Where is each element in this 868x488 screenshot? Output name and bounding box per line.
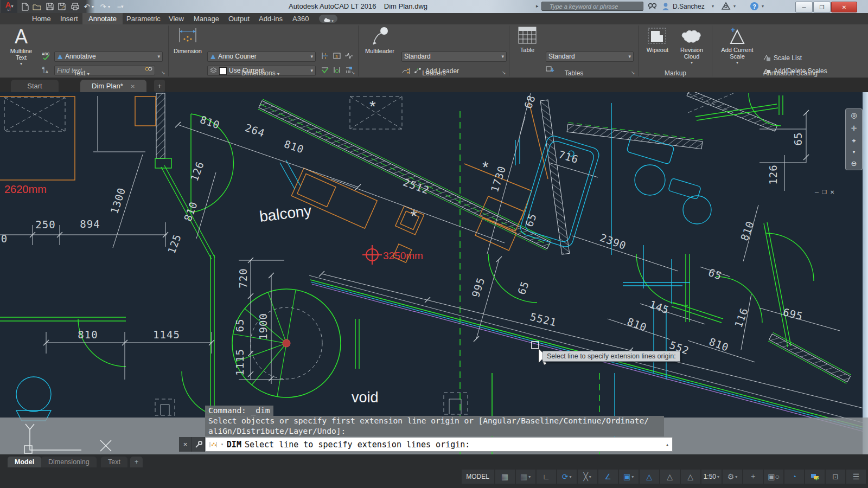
clean-screen-button[interactable]: ⊡ bbox=[826, 470, 845, 484]
table-style-dropdown[interactable]: Standard▾ bbox=[546, 52, 634, 62]
close-button[interactable]: ✕ bbox=[831, 2, 857, 12]
add-current-scale-button[interactable]: + Add Current Scale ▾ bbox=[717, 26, 757, 66]
redo-dropdown[interactable]: ▾ bbox=[106, 2, 112, 11]
scrollbar-strip[interactable] bbox=[863, 92, 868, 454]
new-layout-button[interactable]: + bbox=[130, 457, 143, 467]
command-history-toggle-icon[interactable]: ▴ bbox=[666, 441, 669, 447]
check-spelling-icon[interactable]: ABC bbox=[41, 52, 50, 60]
leaders-panel-launcher[interactable]: ↘ bbox=[502, 70, 506, 75]
tables-panel-launcher[interactable]: ↘ bbox=[631, 70, 635, 75]
dim-jogline-icon[interactable] bbox=[344, 52, 353, 60]
app-logo[interactable]: A▾ LT bbox=[1, 0, 17, 14]
save-as-button[interactable] bbox=[56, 2, 67, 11]
search-input[interactable]: Type a keyword or phrase bbox=[541, 2, 643, 11]
undo-dropdown[interactable]: ▾ bbox=[90, 2, 95, 11]
layout-tab-model[interactable]: Model bbox=[8, 457, 41, 467]
file-tab-start[interactable]: Start bbox=[11, 80, 59, 92]
dimensions-panel-launcher[interactable]: ↘ bbox=[351, 70, 355, 75]
mleader-style-dropdown[interactable]: Standard▾ bbox=[401, 52, 507, 62]
file-tab-close-icon[interactable]: ✕ bbox=[131, 84, 135, 89]
restore-button[interactable]: ❐ bbox=[813, 2, 831, 12]
markup-panel-footer[interactable]: Markup bbox=[639, 69, 712, 78]
trusted-dwg-icon[interactable] bbox=[805, 470, 825, 484]
help-dropdown[interactable]: ▾ bbox=[762, 4, 764, 9]
plot-button[interactable] bbox=[69, 2, 80, 11]
featured-apps-button[interactable]: ▾ bbox=[319, 15, 337, 23]
tab-annotate[interactable]: Annotate bbox=[82, 13, 123, 24]
tab-home[interactable]: Home bbox=[26, 13, 57, 24]
annotation-scale-button[interactable]: 1:50▾ bbox=[701, 470, 722, 484]
pan-icon[interactable]: ✛ bbox=[851, 124, 857, 132]
dimensions-panel-footer[interactable]: Dimensions ▾ bbox=[169, 69, 352, 78]
wipeout-button[interactable]: Wipeout bbox=[642, 26, 673, 53]
tab-parametric[interactable]: Parametric bbox=[120, 13, 167, 24]
status-menu-button[interactable]: ☰ bbox=[846, 470, 866, 484]
revision-cloud-button[interactable]: Revision Cloud ▾ bbox=[675, 26, 709, 66]
polar-tracking-button[interactable]: ⟳▾ bbox=[557, 470, 577, 484]
leaders-panel-footer[interactable]: Leaders bbox=[359, 69, 509, 78]
navbar-close-icon[interactable]: ⊖ bbox=[851, 159, 857, 168]
command-input[interactable]: ▾ DIM Select line to specify extension l… bbox=[205, 437, 673, 452]
open-file-button[interactable] bbox=[31, 2, 42, 11]
file-tab-dim-plan[interactable]: Dim Plan* ✕ bbox=[80, 80, 146, 92]
tab-view[interactable]: View bbox=[163, 13, 190, 24]
tab-manage[interactable]: Manage bbox=[188, 13, 225, 24]
object-snap-tracking-button[interactable]: ∠ bbox=[598, 470, 618, 484]
snap-mode-button[interactable]: ▦▾ bbox=[516, 470, 535, 484]
user-icon[interactable] bbox=[662, 2, 670, 13]
multileader-button[interactable]: Multileader bbox=[362, 26, 397, 54]
ortho-mode-button[interactable]: ∟ bbox=[537, 470, 556, 484]
tab-output[interactable]: Output bbox=[222, 13, 256, 24]
autoscale-button[interactable]: △ bbox=[660, 470, 680, 484]
dimension-button[interactable]: Dimension bbox=[171, 26, 204, 54]
dim-style-dropdown[interactable]: Anno Courier▾ bbox=[207, 52, 316, 62]
tab-a360[interactable]: A360 bbox=[286, 13, 315, 24]
navbar-dropdown-icon[interactable]: ▾ bbox=[853, 150, 855, 155]
annotation-scaling-panel-footer[interactable]: Annotation Scaling bbox=[713, 69, 868, 78]
multiline-text-button[interactable]: A Multiline Text ▾ bbox=[5, 26, 37, 67]
grid-display-button[interactable]: ▦ bbox=[495, 470, 515, 484]
object-snap-button[interactable]: ▣▾ bbox=[619, 470, 639, 484]
user-dropdown[interactable]: ▾ bbox=[712, 4, 714, 9]
qat-customize-dropdown[interactable]: ═▾ bbox=[115, 2, 126, 11]
zoom-icon[interactable]: ⌖ bbox=[852, 137, 856, 145]
graphics-performance-button[interactable]: ◔ bbox=[784, 470, 804, 484]
help-icon[interactable]: ? bbox=[750, 2, 759, 13]
minimize-button[interactable]: ─ bbox=[795, 2, 813, 12]
customization-button[interactable]: ＋ bbox=[743, 470, 763, 484]
a360-dropdown[interactable]: ▾ bbox=[733, 4, 736, 9]
adjust-space-icon[interactable]: 3 bbox=[332, 52, 341, 60]
annotation-scale-icon[interactable]: △ bbox=[681, 470, 700, 484]
viewport-window-controls[interactable]: ─❐✕ bbox=[815, 189, 847, 197]
layout-tab-text[interactable]: Text bbox=[101, 457, 127, 467]
new-file-button[interactable] bbox=[20, 2, 30, 11]
text-panel-launcher[interactable]: ↘ bbox=[161, 70, 165, 75]
navigation-bar[interactable]: ◎ ✛ ⌖ ▾ ⊖ bbox=[845, 108, 863, 170]
layout-tab-dimensioning[interactable]: Dimensioning bbox=[41, 457, 97, 467]
model-space-button[interactable]: MODEL bbox=[462, 470, 494, 484]
isodraft-button[interactable]: ╳▾ bbox=[578, 470, 597, 484]
save-button[interactable] bbox=[44, 2, 55, 11]
command-close-icon[interactable]: × bbox=[179, 437, 192, 452]
command-dropdown-icon[interactable]: ▾ bbox=[221, 442, 224, 447]
tab-insert[interactable]: Insert bbox=[54, 13, 84, 24]
new-tab-button[interactable]: + bbox=[154, 80, 165, 92]
tables-panel-footer[interactable]: Tables bbox=[510, 69, 638, 78]
search-icon[interactable] bbox=[648, 2, 658, 13]
search-expand-icon[interactable]: ▸ bbox=[536, 3, 539, 9]
table-button[interactable]: Table bbox=[513, 26, 541, 53]
isolate-objects-button[interactable]: ▣○ bbox=[764, 470, 783, 484]
drawing-area[interactable]: *** 810264810126130081012502508942512173… bbox=[0, 92, 868, 454]
steering-wheel-icon[interactable]: ◎ bbox=[851, 111, 857, 119]
scale-list-button[interactable]: Scale List bbox=[762, 53, 802, 63]
command-customize-icon[interactable] bbox=[192, 437, 205, 452]
tab-addins[interactable]: Add-ins bbox=[253, 13, 289, 24]
workspace-switching-button[interactable]: ⚙▾ bbox=[723, 470, 742, 484]
dim-break-icon[interactable] bbox=[320, 52, 329, 60]
command-line[interactable]: × ▾ DIM Select line to specify extension… bbox=[179, 437, 673, 452]
text-style-dropdown[interactable]: Annotative▾ bbox=[54, 52, 163, 62]
signed-in-user[interactable]: D.Sanchez bbox=[673, 3, 705, 10]
text-panel-footer[interactable]: Text ▾ bbox=[0, 69, 163, 78]
a360-icon[interactable] bbox=[722, 2, 731, 13]
annotation-visibility-button[interactable]: △ bbox=[640, 470, 659, 484]
